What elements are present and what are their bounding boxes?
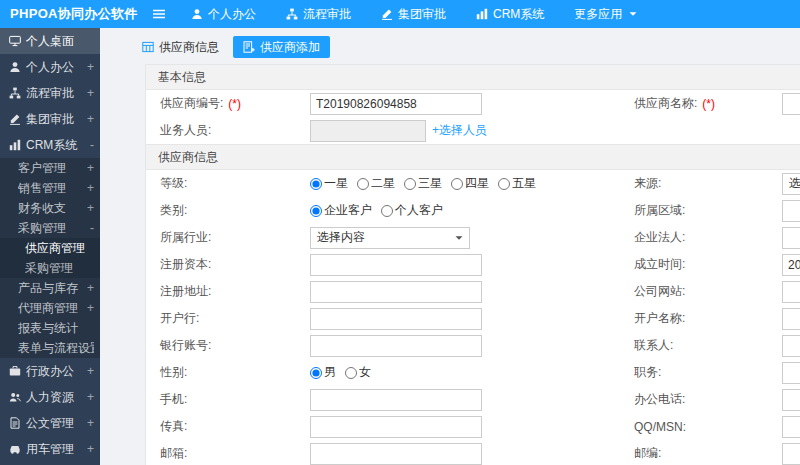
sidebar-item-personal-office[interactable]: 个人办公+: [0, 54, 100, 80]
founded-date-input[interactable]: [782, 254, 800, 276]
sidebar-item-group-approval[interactable]: 集团审批+: [0, 106, 100, 132]
mobile-input[interactable]: [310, 389, 482, 411]
sidebar-item-personal-desktop[interactable]: 个人桌面: [0, 28, 100, 54]
expand-toggle-icon[interactable]: +: [87, 390, 94, 404]
category-radio-1[interactable]: [381, 205, 393, 217]
expand-toggle-icon[interactable]: +: [87, 301, 94, 315]
top-nav-item-crm-system[interactable]: CRM系统: [461, 0, 559, 28]
job-title-input[interactable]: [782, 362, 800, 384]
top-nav-item-personal-office[interactable]: 个人办公: [176, 0, 271, 28]
account-name-input[interactable]: [782, 308, 800, 330]
level-option-1[interactable]: 二星: [357, 175, 395, 192]
level-radio-2[interactable]: [404, 178, 416, 190]
level-option-4[interactable]: 五星: [498, 175, 536, 192]
expand-toggle-icon[interactable]: +: [87, 161, 94, 175]
expand-toggle-icon[interactable]: +: [87, 201, 94, 215]
expand-toggle-icon[interactable]: +: [87, 442, 94, 456]
bank-input[interactable]: [310, 308, 482, 330]
field-area: [310, 335, 620, 357]
sidebar-toggle-button[interactable]: [142, 0, 176, 28]
person-icon: [191, 8, 203, 20]
gender-radio-0[interactable]: [310, 367, 322, 379]
expand-toggle-icon[interactable]: -: [90, 221, 94, 235]
expand-toggle-icon[interactable]: +: [87, 281, 94, 295]
chart-icon: [9, 139, 21, 151]
level-option-3[interactable]: 四星: [451, 175, 489, 192]
registered-address-input[interactable]: [310, 281, 482, 303]
form-row: 手机:办公电话:: [146, 386, 800, 413]
office-phone-input[interactable]: [782, 389, 800, 411]
sidebar-item-agent-mgmt[interactable]: 代理商管理+: [0, 298, 100, 318]
expand-toggle-icon[interactable]: +: [87, 112, 94, 126]
bank-account-input[interactable]: [310, 335, 482, 357]
sidebar-item-label: 行政办公: [26, 363, 82, 380]
source-select[interactable]: 选择内容: [782, 173, 800, 195]
sidebar-item-supplier-mgmt[interactable]: 供应商管理: [0, 238, 100, 258]
main-content: 供应商信息供应商添加 基本信息供应商编号:(*)供应商名称:(*)业务人员:+选…: [100, 28, 800, 465]
form-row: 注册资本:成立时间:: [146, 251, 800, 278]
choose-person-link[interactable]: +选择人员: [432, 122, 487, 139]
level-radio-0[interactable]: [310, 178, 322, 190]
sidebar-item-label: 人力资源: [26, 389, 82, 406]
supplier-name-input[interactable]: [782, 93, 800, 115]
region-input[interactable]: [782, 200, 800, 222]
field-area: [782, 227, 800, 249]
fax-input[interactable]: [310, 416, 482, 438]
industry-select[interactable]: 选择内容: [310, 227, 470, 249]
expand-toggle-icon[interactable]: +: [87, 181, 94, 195]
field-area: [782, 335, 800, 357]
top-nav-item-more-apps[interactable]: 更多应用: [559, 0, 652, 28]
category-option-0[interactable]: 企业客户: [310, 202, 372, 219]
top-nav-item-process-approval[interactable]: 流程审批: [271, 0, 366, 28]
legal-person-input[interactable]: [782, 227, 800, 249]
section-title: 基本信息: [146, 65, 800, 90]
category-option-1[interactable]: 个人客户: [381, 202, 443, 219]
business-person-input[interactable]: [310, 120, 426, 142]
expand-toggle-icon[interactable]: -: [90, 138, 94, 152]
contact-person-input[interactable]: [782, 335, 800, 357]
qq-msn-input[interactable]: [782, 416, 800, 438]
sidebar-item-sales-mgmt[interactable]: 销售管理+: [0, 178, 100, 198]
supplier-code-input[interactable]: [310, 93, 482, 115]
gender-option-0[interactable]: 男: [310, 364, 336, 381]
field-label-text: 所属区域:: [634, 202, 685, 219]
level-radio-3[interactable]: [451, 178, 463, 190]
field-area: [782, 416, 800, 438]
sidebar-item-process-approval[interactable]: 流程审批+: [0, 80, 100, 106]
sidebar-item-finance-io[interactable]: 财务收支+: [0, 198, 100, 218]
company-website-input[interactable]: [782, 281, 800, 303]
gender-radio-1[interactable]: [345, 367, 357, 379]
tab-supplier-add[interactable]: 供应商添加: [233, 36, 330, 58]
level-option-2[interactable]: 三星: [404, 175, 442, 192]
level-radio-4[interactable]: [498, 178, 510, 190]
sidebar-item-form-flow-settings[interactable]: 表单与流程设置+: [0, 338, 100, 358]
sidebar-item-purchase-mgmt[interactable]: 采购管理-: [0, 218, 100, 238]
sidebar-item-vehicle-mgmt[interactable]: 用车管理+: [0, 436, 100, 462]
sidebar-item-document-mgmt[interactable]: 公文管理+: [0, 410, 100, 436]
sidebar-item-customer-mgmt[interactable]: 客户管理+: [0, 158, 100, 178]
field-label: 供应商编号:(*): [146, 95, 310, 112]
level-option-0[interactable]: 一星: [310, 175, 348, 192]
expand-toggle-icon[interactable]: +: [87, 364, 94, 378]
level-radio-1[interactable]: [357, 178, 369, 190]
category-radio-0[interactable]: [310, 205, 322, 217]
expand-toggle-icon[interactable]: +: [87, 60, 94, 74]
sidebar-item-crm-system[interactable]: CRM系统-: [0, 132, 100, 158]
field-label: 办公电话:: [620, 391, 782, 408]
email-input[interactable]: [310, 443, 482, 465]
postcode-input[interactable]: [782, 443, 800, 465]
sidebar-item-admin-office[interactable]: 行政办公+: [0, 358, 100, 384]
sidebar-item-products-inventory[interactable]: 产品与库存+: [0, 278, 100, 298]
top-nav-item-label: 集团审批: [398, 6, 446, 23]
sidebar-item-human-resources[interactable]: 人力资源+: [0, 384, 100, 410]
gender-option-1[interactable]: 女: [345, 364, 371, 381]
top-nav-item-group-approval[interactable]: 集团审批: [366, 0, 461, 28]
expand-toggle-icon[interactable]: +: [87, 416, 94, 430]
level-radio-group: 一星二星三星四星五星: [310, 175, 536, 192]
field-label-text: 办公电话:: [634, 391, 685, 408]
sidebar-item-reports-stats[interactable]: 报表与统计: [0, 318, 100, 338]
expand-toggle-icon[interactable]: +: [87, 86, 94, 100]
sidebar-item-procurement[interactable]: 采购管理: [0, 258, 100, 278]
registered-capital-input[interactable]: [310, 254, 482, 276]
tab-supplier-info[interactable]: 供应商信息: [132, 36, 229, 58]
